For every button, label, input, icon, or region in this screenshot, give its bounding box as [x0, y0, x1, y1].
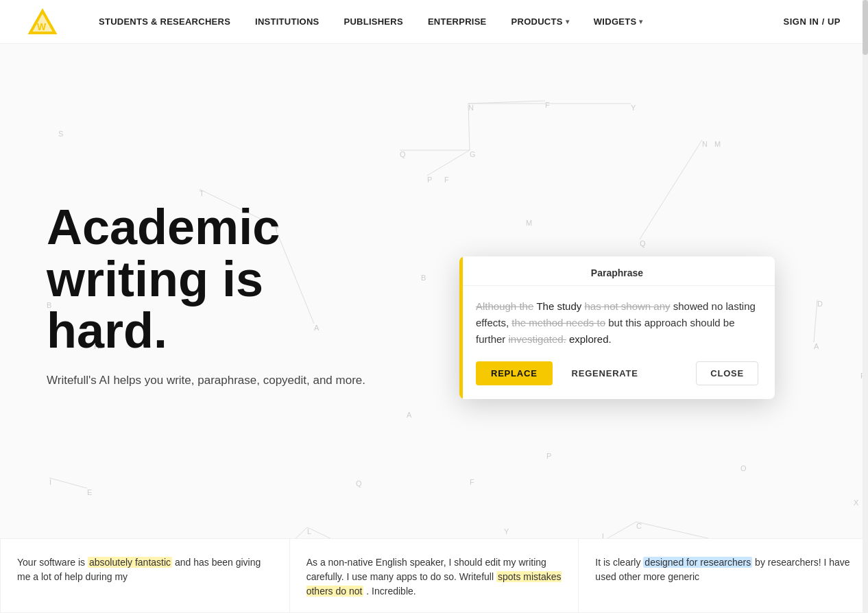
hero-content: Academic writing is hard. Writefull's AI… — [47, 202, 417, 387]
testimonial-text-before-1: Your software is — [17, 557, 88, 568]
testimonial-highlight-1: absolutely fantastic — [88, 557, 172, 568]
constellation-letter: F — [444, 176, 449, 184]
nav-students[interactable]: STUDENTS & RESEARCHERS — [99, 16, 230, 27]
sign-in-button[interactable]: SIGN IN / UP — [783, 16, 841, 27]
nav-institutions[interactable]: INSTITUTIONS — [255, 16, 319, 27]
constellation-letter: G — [470, 150, 476, 158]
svg-text:W: W — [37, 21, 47, 32]
popup-body: Although the The study has not shown any… — [459, 286, 775, 361]
nav-links: STUDENTS & RESEARCHERS INSTITUTIONS PUBL… — [99, 16, 783, 27]
svg-line-6 — [427, 150, 470, 176]
testimonial-card-2: As a non-native English speaker, I shoul… — [289, 538, 579, 613]
strikethrough-text-4: investigated. — [509, 333, 566, 345]
constellation-letter: O — [740, 464, 747, 472]
constellation-letter: E — [87, 488, 92, 496]
constellation-letter: M — [714, 140, 721, 148]
testimonial-text-before-3: It is clearly — [595, 557, 643, 568]
constellation-letter: T — [200, 189, 204, 197]
constellation-letter: D — [817, 300, 823, 308]
hero-subtitle: Writefull's AI helps you write, paraphra… — [47, 374, 417, 387]
nav-widgets[interactable]: WIDGETS ▾ — [594, 16, 643, 27]
paraphrase-popup: Paraphrase Although the The study has no… — [459, 256, 775, 399]
nav-enterprise[interactable]: ENTERPRISE — [428, 16, 487, 27]
nav-publishers[interactable]: PUBLISHERS — [343, 16, 402, 27]
hero-title: Academic writing is hard. — [47, 202, 417, 357]
regenerate-button[interactable]: REGENERATE — [561, 361, 649, 385]
chevron-down-icon: ▾ — [566, 18, 569, 25]
logo[interactable]: W — [27, 7, 58, 37]
constellation-letter: P — [427, 176, 432, 184]
close-button[interactable]: CLOSE — [696, 361, 758, 385]
testimonial-card-1: Your software is absolutely fantastic an… — [0, 538, 289, 613]
constellation-letter: Q — [356, 479, 362, 488]
constellation-letter: A — [814, 342, 819, 350]
constellation-letter: S — [58, 130, 63, 138]
popup-text: Although the The study has not shown any… — [476, 298, 758, 348]
constellation-letter: A — [407, 411, 411, 419]
popup-accent-bar — [459, 256, 463, 399]
constellation-letter: Y — [504, 527, 509, 536]
constellation-letter: X — [854, 498, 858, 507]
constellation-letter: N — [468, 104, 474, 112]
nav-products[interactable]: PRODUCTS ▾ — [511, 16, 569, 27]
popup-footer: REPLACE REGENERATE CLOSE — [459, 361, 775, 399]
strikethrough-text-3: the method needs to — [511, 317, 605, 328]
scrollbar-thumb[interactable] — [863, 0, 868, 55]
constellation-letter: Q — [640, 239, 646, 248]
scrollbar[interactable] — [863, 0, 868, 613]
replacement-text-1: The study — [536, 300, 584, 312]
constellation-letter: F — [545, 101, 550, 109]
constellation-letter: B — [421, 274, 426, 282]
constellation-letter: P — [546, 452, 551, 460]
constellation-letter: F — [470, 478, 474, 486]
constellation-letter: I — [49, 478, 51, 486]
replacement-text-2: explored. — [569, 333, 612, 345]
replace-button[interactable]: REPLACE — [476, 361, 553, 385]
svg-line-10 — [640, 140, 702, 239]
constellation-letter: M — [526, 219, 532, 227]
svg-line-19 — [49, 478, 87, 488]
strikethrough-text-2: has not shown any — [584, 300, 670, 312]
constellation-letter: C — [636, 522, 642, 530]
testimonial-card-3: It is clearly designed for researchers b… — [578, 538, 868, 613]
constellation-letter: Q — [400, 150, 406, 158]
chevron-down-icon: ▾ — [639, 18, 642, 25]
constellation-letter: N — [702, 140, 708, 148]
strikethrough-text-1: Although the — [476, 300, 533, 312]
constellation-letter: L — [307, 527, 311, 536]
constellation-letter: Y — [631, 104, 636, 112]
testimonials-section: Your software is absolutely fantastic an… — [0, 538, 868, 613]
navigation: W STUDENTS & RESEARCHERS INSTITUTIONS PU… — [0, 0, 868, 44]
testimonial-text-after-2: . Incredible. — [363, 586, 415, 597]
testimonial-highlight-3: designed for researchers — [643, 557, 752, 568]
popup-title: Paraphrase — [459, 256, 775, 286]
hero-section: SNFYQGPFTMTQBBHADAFAPQFOIEXLYLMBSCIUDDZB… — [0, 44, 868, 613]
svg-line-3 — [468, 101, 545, 104]
